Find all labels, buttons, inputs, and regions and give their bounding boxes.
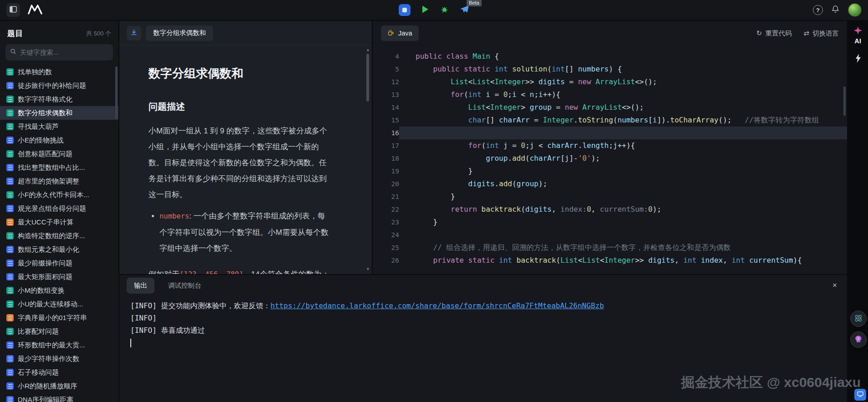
problem-list-item[interactable]: 构造特定数组的逆序... bbox=[0, 229, 118, 243]
problem-list-item[interactable]: DNA序列编辑距离 bbox=[0, 393, 118, 402]
bug-icon bbox=[440, 5, 449, 15]
problem-list-item[interactable]: 找出整型数组中占比... bbox=[0, 161, 118, 174]
search-box[interactable] bbox=[5, 44, 113, 61]
difficulty-icon bbox=[6, 123, 14, 130]
problem-statement: 小M面对一组从 1 到 9 的数字，这些数字被分成多个小组，并从每个小组中选择一… bbox=[149, 123, 330, 203]
line-number: 5 bbox=[373, 63, 399, 76]
problem-list-item[interactable]: 小R的随机播放顺序 bbox=[0, 379, 118, 393]
difficulty-icon bbox=[6, 273, 14, 280]
close-console-icon[interactable]: × bbox=[830, 281, 840, 290]
problem-item-label: 找出整型数组中占比... bbox=[18, 163, 85, 172]
sidebar-scrollbar[interactable] bbox=[115, 66, 118, 119]
example-prefix: 例如对于 bbox=[149, 270, 180, 274]
reset-code-button[interactable]: ↻ 重置代码 bbox=[756, 29, 792, 38]
problem-list-item[interactable]: 环形数组中的最大贡... bbox=[0, 338, 118, 352]
collapse-description-button[interactable] bbox=[127, 26, 141, 41]
tools-button[interactable] bbox=[855, 54, 862, 65]
tab-debug-console[interactable]: 调试控制台 bbox=[161, 278, 209, 294]
problem-list-item[interactable]: 小M的数组变换 bbox=[0, 284, 118, 297]
problem-list-item[interactable]: 寻找最大葫芦 bbox=[0, 120, 118, 133]
line-number: 15 bbox=[373, 114, 399, 127]
problem-list-item[interactable]: 石子移动问题 bbox=[0, 366, 118, 379]
problem-list-item[interactable]: 创意标题匹配问题 bbox=[0, 147, 118, 161]
sparkle-icon bbox=[854, 26, 862, 36]
ai-assistant-button[interactable]: AI bbox=[854, 26, 862, 45]
line-number: 14 bbox=[373, 101, 399, 114]
atom-assistant-button[interactable] bbox=[850, 310, 867, 327]
user-avatar[interactable] bbox=[848, 3, 862, 17]
console-text: [INFO] bbox=[130, 326, 157, 335]
beta-badge: Beta bbox=[467, 0, 482, 6]
problem-list-item[interactable]: 最少前缀操作问题 bbox=[0, 256, 118, 270]
submit-button[interactable] bbox=[460, 5, 469, 15]
line-number: 17 bbox=[373, 139, 399, 152]
feedback-widget-button[interactable] bbox=[854, 389, 866, 401]
code-text: private static int backtrack(List<List<I… bbox=[399, 254, 847, 267]
problem-item-label: 最少字符串操作次数 bbox=[18, 355, 79, 363]
debug-button[interactable] bbox=[440, 5, 449, 15]
reset-label: 重置代码 bbox=[765, 29, 791, 38]
problem-list-item[interactable]: 数字字符串格式化 bbox=[0, 92, 118, 106]
brain-assistant-button[interactable] bbox=[850, 331, 867, 348]
description-scrollbar-thumb[interactable] bbox=[366, 54, 369, 102]
problems-sidebar: 题目 共 500 个 找单独的数 徒步旅行中的补给问题 数字字符串格式化 数字分… bbox=[0, 21, 118, 402]
line-number: 4 bbox=[373, 50, 399, 63]
language-tab[interactable]: Java bbox=[381, 25, 419, 41]
problem-list-item[interactable]: 小U的最大连续移动... bbox=[0, 297, 118, 311]
scroll-up-icon[interactable]: ▲ bbox=[365, 47, 371, 52]
problem-list: 找单独的数 徒步旅行中的补给问题 数字字符串格式化 数字分组求偶数和 寻找最大葫… bbox=[0, 65, 118, 402]
problem-list-item[interactable]: 数组元素之和最小化 bbox=[0, 243, 118, 256]
editor-scrollbar-thumb[interactable] bbox=[843, 87, 846, 116]
problem-tab[interactable]: 数字分组求偶数和 bbox=[146, 25, 213, 41]
console-text: 恭喜成功通过 bbox=[157, 326, 205, 335]
problem-list-item[interactable]: 最少字符串操作次数 bbox=[0, 352, 118, 366]
problem-item-label: 小R的随机播放顺序 bbox=[18, 382, 77, 391]
problem-item-label: 徒步旅行中的补给问题 bbox=[18, 81, 86, 90]
line-number: 19 bbox=[373, 165, 399, 178]
example-mid: ，14个符合条件的数为： bbox=[243, 270, 329, 274]
problem-list-item[interactable]: 比赛配对问题 bbox=[0, 325, 118, 338]
problem-list-item[interactable]: 数字分组求偶数和 bbox=[0, 106, 118, 120]
line-number: 21 bbox=[373, 190, 399, 203]
help-button[interactable]: ? bbox=[813, 5, 823, 15]
code-line: 14 List<Integer> group = new ArrayList<>… bbox=[373, 101, 847, 114]
line-number: 23 bbox=[373, 216, 399, 229]
problem-item-label: 观光景点组合得分问题 bbox=[18, 204, 86, 213]
reset-icon: ↻ bbox=[756, 29, 762, 37]
console-text: [INFO] bbox=[130, 314, 157, 322]
code-line: 5 public static int solution(int[] numbe… bbox=[373, 63, 847, 76]
code-line: 15 char[] charArr = Integer.toString(num… bbox=[373, 114, 847, 127]
code-line: 4 public class Main { bbox=[373, 50, 847, 63]
bell-icon bbox=[831, 5, 840, 15]
tab-output-label: 输出 bbox=[134, 282, 147, 289]
sidebar-toggle-icon bbox=[10, 6, 17, 15]
run-button[interactable] bbox=[421, 5, 429, 15]
problem-list-item[interactable]: 小E的怪物挑战 bbox=[0, 133, 118, 147]
problem-list-item[interactable]: 最大矩形面积问题 bbox=[0, 270, 118, 284]
console-cursor-line bbox=[130, 336, 847, 349]
tab-output[interactable]: 输出 bbox=[127, 278, 154, 294]
problem-list-item[interactable]: 最大UCC子串计算 bbox=[0, 215, 118, 229]
code-area[interactable]: 4 public class Main { 5 public static in… bbox=[373, 46, 847, 274]
code-editor-panel: Java ↻ 重置代码 ⇄ 切换语言 bbox=[373, 21, 847, 274]
search-input[interactable] bbox=[20, 49, 108, 56]
stop-button[interactable] bbox=[399, 4, 411, 16]
description-scrollbar[interactable]: ▲ ▼ bbox=[365, 46, 371, 272]
problem-list-item[interactable]: 超市里的货物架调整 bbox=[0, 174, 118, 188]
line-number: 22 bbox=[373, 203, 399, 216]
problem-item-label: 超市里的货物架调整 bbox=[18, 177, 79, 186]
console-link[interactable]: https://bytedance.larkoffice.com/share/b… bbox=[270, 301, 604, 310]
problem-list-item[interactable]: 小F的永久代币卡回本... bbox=[0, 188, 118, 202]
notifications-button[interactable] bbox=[831, 5, 840, 15]
problem-list-item[interactable]: 字典序最小的01字符串 bbox=[0, 311, 118, 325]
problem-list-item[interactable]: 徒步旅行中的补给问题 bbox=[0, 79, 118, 92]
console-line: [INFO] 提交功能内测体验中，欢迎反馈：https://bytedance.… bbox=[130, 300, 847, 312]
sidebar-toggle-button[interactable] bbox=[6, 3, 20, 17]
problem-list-item[interactable]: 观光景点组合得分问题 bbox=[0, 202, 118, 215]
difficulty-icon bbox=[6, 341, 14, 349]
switch-language-button[interactable]: ⇄ 切换语言 bbox=[803, 29, 839, 38]
app-logo[interactable] bbox=[27, 4, 43, 17]
logo-icon bbox=[27, 4, 43, 17]
problem-list-item[interactable]: 找单独的数 bbox=[0, 65, 118, 79]
scroll-down-icon[interactable]: ▼ bbox=[365, 267, 371, 271]
